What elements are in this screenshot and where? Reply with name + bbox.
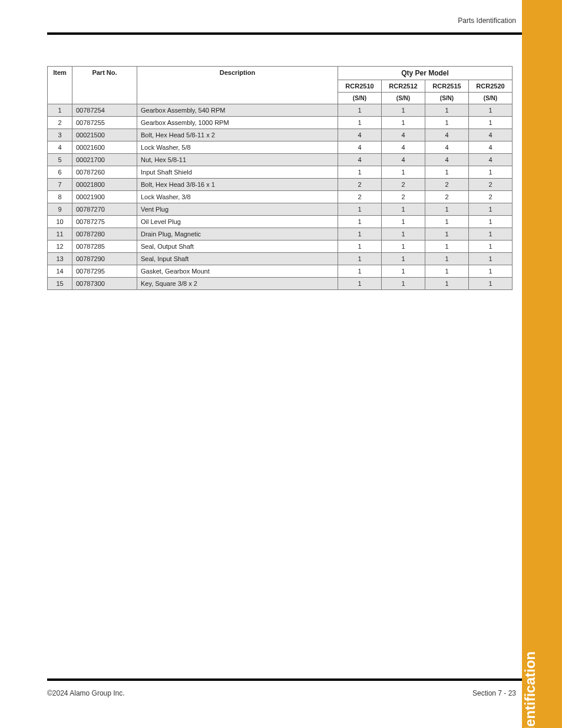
cell-q0: 4 bbox=[338, 154, 382, 166]
table-row: 600787260Input Shaft Shield1111 bbox=[48, 166, 513, 179]
cell-part: 00787254 bbox=[72, 104, 137, 117]
bottom-rule bbox=[47, 678, 522, 681]
parts-table-container: Item Part No. Description Qty Per Model … bbox=[47, 66, 513, 290]
cell-q2: 4 bbox=[425, 141, 469, 154]
table-row: 1200787285Seal, Output Shaft1111 bbox=[48, 241, 513, 253]
cell-desc: Seal, Output Shaft bbox=[137, 241, 338, 253]
cell-item: 5 bbox=[48, 154, 72, 166]
cell-part: 00021900 bbox=[72, 191, 137, 203]
cell-q0: 2 bbox=[338, 179, 382, 191]
cell-q1: 1 bbox=[382, 117, 425, 129]
cell-item: 4 bbox=[48, 141, 72, 154]
cell-q1: 2 bbox=[382, 179, 425, 191]
cell-q2: 4 bbox=[425, 154, 469, 166]
cell-q2: 1 bbox=[425, 228, 469, 241]
cell-q3: 1 bbox=[469, 104, 513, 117]
col-header-model-2: RCR2515 bbox=[425, 80, 469, 93]
cell-q2: 1 bbox=[425, 253, 469, 265]
cell-desc: Seal, Input Shaft bbox=[137, 253, 338, 265]
cell-part: 00021600 bbox=[72, 141, 137, 154]
cell-q0: 1 bbox=[338, 203, 382, 216]
cell-q1: 1 bbox=[382, 253, 425, 265]
cell-desc: Oil Level Plug bbox=[137, 216, 338, 228]
cell-desc: Drain Plug, Magnetic bbox=[137, 228, 338, 241]
cell-part: 00787300 bbox=[72, 278, 137, 290]
cell-item: 10 bbox=[48, 216, 72, 228]
cell-q0: 1 bbox=[338, 241, 382, 253]
cell-q1: 1 bbox=[382, 216, 425, 228]
cell-q2: 4 bbox=[425, 129, 469, 141]
cell-q0: 1 bbox=[338, 278, 382, 290]
cell-q3: 1 bbox=[469, 166, 513, 179]
cell-item: 13 bbox=[48, 253, 72, 265]
cell-item: 6 bbox=[48, 166, 72, 179]
cell-q1: 2 bbox=[382, 191, 425, 203]
cell-q3: 4 bbox=[469, 154, 513, 166]
col-header-model-0: RCR2510 bbox=[338, 80, 382, 93]
side-tab-label: Parts Identification bbox=[522, 651, 538, 728]
cell-q2: 2 bbox=[425, 191, 469, 203]
table-row: 1100787280Drain Plug, Magnetic1111 bbox=[48, 228, 513, 241]
cell-q0: 1 bbox=[338, 166, 382, 179]
cell-q3: 4 bbox=[469, 129, 513, 141]
table-row: 100787254Gearbox Assembly, 540 RPM1111 bbox=[48, 104, 513, 117]
cell-part: 00787285 bbox=[72, 241, 137, 253]
col-header-sn-1: (S/N) bbox=[382, 93, 425, 104]
cell-q0: 1 bbox=[338, 253, 382, 265]
cell-q1: 1 bbox=[382, 278, 425, 290]
footer-copyright: ©2024 Alamo Group Inc. bbox=[47, 689, 125, 697]
header-section-title: Parts Identification bbox=[458, 17, 516, 25]
cell-q0: 1 bbox=[338, 104, 382, 117]
cell-desc: Key, Square 3/8 x 2 bbox=[137, 278, 338, 290]
cell-desc: Gearbox Assembly, 1000 RPM bbox=[137, 117, 338, 129]
cell-item: 11 bbox=[48, 228, 72, 241]
col-header-sn-2: (S/N) bbox=[425, 93, 469, 104]
cell-q2: 1 bbox=[425, 216, 469, 228]
cell-item: 8 bbox=[48, 191, 72, 203]
table-row: 700021800Bolt, Hex Head 3/8-16 x 12222 bbox=[48, 179, 513, 191]
cell-q3: 1 bbox=[469, 253, 513, 265]
cell-q2: 1 bbox=[425, 104, 469, 117]
cell-q3: 2 bbox=[469, 191, 513, 203]
cell-q1: 1 bbox=[382, 265, 425, 278]
col-header-part: Part No. bbox=[72, 67, 137, 104]
cell-part: 00787280 bbox=[72, 228, 137, 241]
cell-item: 2 bbox=[48, 117, 72, 129]
table-row: 300021500Bolt, Hex Head 5/8-11 x 24444 bbox=[48, 129, 513, 141]
cell-part: 00021700 bbox=[72, 154, 137, 166]
cell-desc: Lock Washer, 5/8 bbox=[137, 141, 338, 154]
col-header-item: Item bbox=[48, 67, 72, 104]
cell-part: 00787275 bbox=[72, 216, 137, 228]
cell-q2: 1 bbox=[425, 117, 469, 129]
table-row: 800021900Lock Washer, 3/82222 bbox=[48, 191, 513, 203]
cell-q1: 1 bbox=[382, 166, 425, 179]
cell-q0: 4 bbox=[338, 141, 382, 154]
cell-desc: Input Shaft Shield bbox=[137, 166, 338, 179]
cell-q3: 1 bbox=[469, 117, 513, 129]
cell-q1: 4 bbox=[382, 129, 425, 141]
cell-q2: 1 bbox=[425, 278, 469, 290]
col-header-qty-group: Qty Per Model bbox=[338, 67, 513, 80]
cell-part: 00787255 bbox=[72, 117, 137, 129]
cell-q1: 1 bbox=[382, 228, 425, 241]
cell-q3: 1 bbox=[469, 203, 513, 216]
side-tab-bar: Parts Identification bbox=[522, 0, 562, 728]
table-row: 1300787290Seal, Input Shaft1111 bbox=[48, 253, 513, 265]
cell-item: 14 bbox=[48, 265, 72, 278]
cell-q2: 1 bbox=[425, 241, 469, 253]
cell-desc: Nut, Hex 5/8-11 bbox=[137, 154, 338, 166]
cell-item: 9 bbox=[48, 203, 72, 216]
cell-q1: 4 bbox=[382, 154, 425, 166]
col-header-model-1: RCR2512 bbox=[382, 80, 425, 93]
cell-q0: 2 bbox=[338, 191, 382, 203]
cell-q0: 1 bbox=[338, 216, 382, 228]
cell-part: 00787260 bbox=[72, 166, 137, 179]
table-row: 1000787275Oil Level Plug1111 bbox=[48, 216, 513, 228]
cell-desc: Gasket, Gearbox Mount bbox=[137, 265, 338, 278]
cell-desc: Gearbox Assembly, 540 RPM bbox=[137, 104, 338, 117]
table-row: 500021700Nut, Hex 5/8-114444 bbox=[48, 154, 513, 166]
table-row: 1400787295Gasket, Gearbox Mount1111 bbox=[48, 265, 513, 278]
cell-desc: Bolt, Hex Head 5/8-11 x 2 bbox=[137, 129, 338, 141]
cell-item: 12 bbox=[48, 241, 72, 253]
col-header-sn-3: (S/N) bbox=[469, 93, 513, 104]
